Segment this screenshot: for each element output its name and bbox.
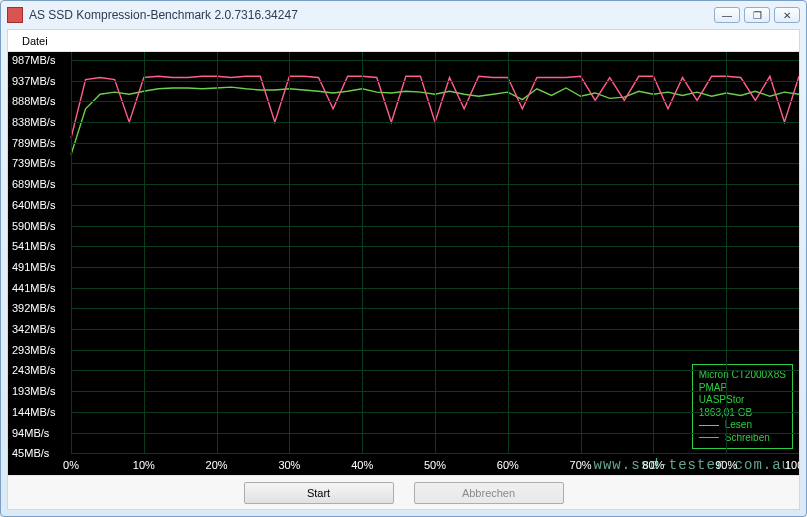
- x-axis-label: 20%: [206, 459, 228, 471]
- y-axis-label: 541MB/s: [12, 240, 55, 252]
- x-axis-label: 90%: [715, 459, 737, 471]
- close-button[interactable]: ✕: [774, 7, 800, 23]
- grid-line-v: [435, 52, 436, 453]
- y-axis-label: 441MB/s: [12, 282, 55, 294]
- x-axis-label: 50%: [424, 459, 446, 471]
- y-axis-label: 689MB/s: [12, 178, 55, 190]
- x-axis-label: 100%: [785, 459, 799, 471]
- x-axis-label: 40%: [351, 459, 373, 471]
- grid-line-v: [653, 52, 654, 453]
- chart-plot: Micron CT2000X8S PMAP UASPStor 1863,01 G…: [8, 52, 799, 475]
- chart-legend: Micron CT2000X8S PMAP UASPStor 1863,01 G…: [692, 364, 793, 449]
- y-axis-label: 144MB/s: [12, 406, 55, 418]
- y-axis-label: 293MB/s: [12, 344, 55, 356]
- grid-line-v: [217, 52, 218, 453]
- window-controls: — ❐ ✕: [714, 7, 800, 23]
- y-axis-label: 94MB/s: [12, 427, 49, 439]
- x-axis-label: 10%: [133, 459, 155, 471]
- y-axis-label: 45MB/s: [12, 447, 49, 459]
- legend-write-swatch: [699, 437, 719, 438]
- y-axis-label: 193MB/s: [12, 385, 55, 397]
- grid-line-v: [144, 52, 145, 453]
- grid-line-v: [289, 52, 290, 453]
- grid-line-v: [726, 52, 727, 453]
- legend-capacity: 1863,01 GB: [699, 407, 786, 420]
- x-axis-label: 0%: [63, 459, 79, 471]
- y-axis-label: 739MB/s: [12, 157, 55, 169]
- start-button[interactable]: Start: [244, 482, 394, 504]
- app-icon: [7, 7, 23, 23]
- y-axis-label: 243MB/s: [12, 364, 55, 376]
- x-axis-label: 30%: [278, 459, 300, 471]
- menu-bar: Datei: [8, 30, 799, 52]
- legend-read-label: Lesen: [725, 419, 752, 432]
- cancel-button: Abbrechen: [414, 482, 564, 504]
- y-axis-label: 888MB/s: [12, 95, 55, 107]
- x-axis-label: 80%: [642, 459, 664, 471]
- titlebar[interactable]: AS SSD Kompression-Benchmark 2.0.7316.34…: [1, 1, 806, 29]
- y-axis-label: 392MB/s: [12, 302, 55, 314]
- legend-read-swatch: [699, 425, 719, 426]
- menu-file[interactable]: Datei: [14, 33, 56, 49]
- x-axis-label: 60%: [497, 459, 519, 471]
- y-axis-label: 491MB/s: [12, 261, 55, 273]
- y-axis-label: 789MB/s: [12, 137, 55, 149]
- maximize-button[interactable]: ❐: [744, 7, 770, 23]
- legend-driver: UASPStor: [699, 394, 786, 407]
- x-axis-label: 70%: [570, 459, 592, 471]
- grid-line-v: [362, 52, 363, 453]
- minimize-button[interactable]: —: [714, 7, 740, 23]
- legend-read-row: Lesen: [699, 419, 786, 432]
- window-title: AS SSD Kompression-Benchmark 2.0.7316.34…: [29, 8, 714, 22]
- y-axis-label: 838MB/s: [12, 116, 55, 128]
- y-axis-label: 590MB/s: [12, 220, 55, 232]
- y-axis-label: 937MB/s: [12, 75, 55, 87]
- y-axis-label: 640MB/s: [12, 199, 55, 211]
- grid-line-v: [581, 52, 582, 453]
- client-area: Datei Micron CT2000X8S PMAP UASPStor 186…: [7, 29, 800, 510]
- app-window: AS SSD Kompression-Benchmark 2.0.7316.34…: [0, 0, 807, 517]
- grid-line-h: [71, 453, 799, 454]
- grid-line-v: [508, 52, 509, 453]
- y-axis-label: 987MB/s: [12, 54, 55, 66]
- grid-line-v: [71, 52, 72, 453]
- y-axis-label: 342MB/s: [12, 323, 55, 335]
- watermark: www.ssd-tester.com.au: [594, 457, 791, 473]
- button-row: Start Abbrechen: [8, 475, 799, 509]
